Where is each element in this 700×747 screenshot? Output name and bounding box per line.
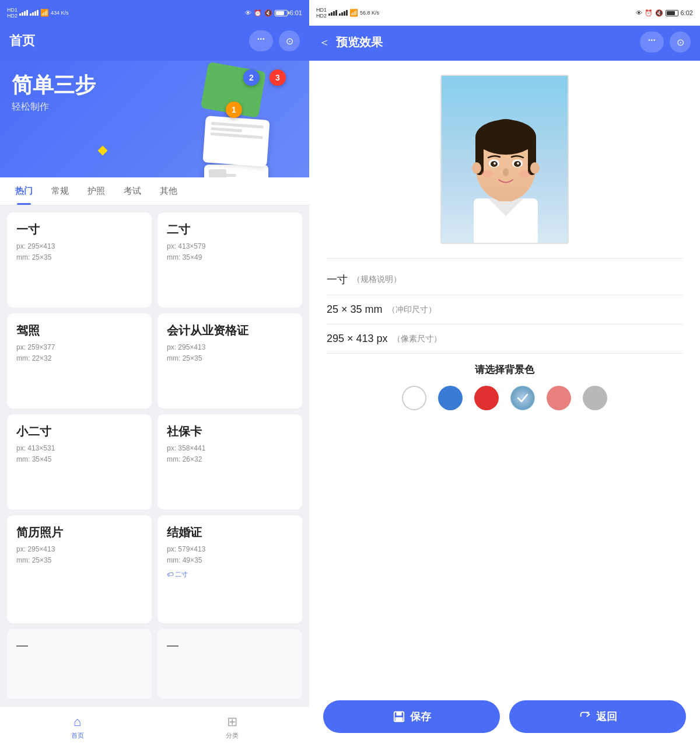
photo-card-resume[interactable]: 简历照片 px: 295×413mm: 25×35	[7, 515, 152, 623]
card-title-accounting: 会计从业资格证	[167, 323, 293, 338]
photo-card-accounting[interactable]: 会计从业资格证 px: 295×413mm: 25×35	[158, 313, 302, 409]
photo-card-driving[interactable]: 驾照 px: 259×377mm: 22×32	[7, 313, 152, 409]
spec-print-sub: （冲印尺寸）	[387, 305, 436, 315]
card-spec-2cun: px: 413×579mm: 35×49	[167, 241, 293, 263]
right-battery	[666, 10, 678, 16]
svg-point-17	[503, 168, 509, 176]
right-mute-icon: 🔇	[655, 9, 663, 17]
spec-pixel-sub: （像素尺寸）	[393, 334, 442, 344]
photo-card-more1[interactable]: —	[7, 629, 152, 700]
svg-point-16	[517, 162, 519, 165]
card-stack: 1 2 3	[204, 67, 298, 142]
spec-row-pixel: 295 × 413 px （像素尺寸）	[327, 324, 682, 354]
color-light-red[interactable]	[547, 386, 571, 410]
light-blue-check	[510, 386, 535, 410]
right-status-bar: HD1HD2 📶 56.8 K/s 👁 ⏰ 🔇 6:02	[309, 0, 700, 26]
category-icon: ⊞	[227, 714, 237, 729]
tab-exam[interactable]: 考试	[114, 177, 150, 205]
tab-passport[interactable]: 护照	[78, 177, 114, 205]
right-header-title: 预览效果	[336, 34, 383, 50]
color-options	[327, 386, 682, 410]
banner-illustration: 1 2 3	[204, 67, 298, 160]
right-phone: HD1HD2 📶 56.8 K/s 👁 ⏰ 🔇 6:02	[309, 0, 700, 747]
return-label: 返回	[596, 710, 617, 724]
right-status-right: 👁 ⏰ 🔇 6:02	[636, 9, 693, 17]
left-phone: HD1HD2 📶 434 K/s 👁 ⏰ 🔇 6:01 首页 ··· ⊙	[0, 0, 309, 747]
right-signal1	[328, 10, 337, 16]
divider-1	[327, 258, 682, 259]
right-header: ＜ 预览效果 ··· ⊙	[309, 26, 700, 61]
card-front	[204, 165, 268, 177]
nav-category-label: 分类	[226, 731, 239, 740]
photo-card-more2[interactable]: —	[158, 629, 302, 700]
left-status-right: 👁 ⏰ 🔇 6:01	[245, 9, 302, 17]
card-title-shebao: 社保卡	[167, 424, 293, 439]
photo-card-marriage[interactable]: 结婚证 px: 579×413mm: 49×35 🏷 二寸	[158, 515, 302, 623]
return-icon	[579, 710, 592, 723]
left-speed: 434 K/s	[51, 10, 69, 16]
left-network-label: HD1HD2	[7, 7, 18, 19]
card-title-small2cun: 小二寸	[16, 424, 142, 439]
card-title-more1: —	[16, 638, 142, 652]
back-button[interactable]: ＜	[318, 34, 330, 50]
left-alarm-icon: ⏰	[254, 9, 262, 17]
left-mute-icon: 🔇	[264, 9, 272, 17]
tab-other[interactable]: 其他	[150, 177, 187, 205]
person-svg	[442, 76, 569, 244]
badge-2: 2	[243, 69, 260, 86]
right-eye-icon: 👁	[636, 9, 642, 16]
color-red[interactable]	[474, 386, 499, 410]
card-spec-shebao: px: 358×441mm: 26×32	[167, 443, 293, 465]
tabs-bar: 热门 常规 护照 考试 其他	[0, 177, 309, 205]
right-network: HD1HD2	[316, 7, 327, 19]
tab-regular[interactable]: 常规	[42, 177, 78, 205]
svg-point-18	[481, 170, 493, 177]
left-status-left: HD1HD2 📶 434 K/s	[7, 7, 69, 19]
right-more-button[interactable]: ···	[640, 32, 664, 53]
nav-category[interactable]: ⊞ 分类	[155, 707, 309, 747]
spec-row-name: 一寸 （规格说明）	[327, 264, 682, 295]
right-status-left: HD1HD2 📶 56.8 K/s	[316, 7, 379, 19]
right-wifi: 📶	[349, 9, 358, 17]
tab-hot[interactable]: 热门	[6, 177, 42, 205]
color-white[interactable]	[402, 386, 426, 410]
color-gray[interactable]	[583, 386, 607, 410]
left-signal	[19, 10, 28, 16]
card-title-more2: —	[167, 638, 293, 652]
nav-home[interactable]: ⌂ 首页	[0, 707, 155, 747]
right-speed: 56.8 K/s	[360, 10, 379, 16]
color-section: 请选择背景色	[327, 354, 682, 416]
photo-card-shebao[interactable]: 社保卡 px: 358×441mm: 26×32	[158, 414, 302, 509]
photo-grid: 一寸 px: 295×413mm: 25×35 二寸 px: 413×579mm…	[0, 205, 309, 706]
home-icon: ⌂	[74, 714, 81, 729]
left-time: 6:01	[290, 9, 302, 16]
photo-card-2cun[interactable]: 二寸 px: 413×579mm: 35×49	[158, 212, 302, 308]
svg-point-19	[519, 170, 530, 177]
return-button[interactable]: 返回	[509, 700, 686, 733]
right-scan-button[interactable]: ⊙	[670, 32, 691, 53]
save-button[interactable]: 保存	[323, 700, 500, 733]
svg-point-15	[494, 162, 496, 165]
more-button[interactable]: ···	[249, 30, 273, 51]
svg-rect-23	[395, 717, 402, 721]
color-light-blue[interactable]	[510, 386, 535, 410]
card-title-driving: 驾照	[16, 323, 142, 338]
photo-card-1cun[interactable]: 一寸 px: 295×413mm: 25×35	[7, 212, 152, 308]
color-blue[interactable]	[438, 386, 463, 410]
color-section-title: 请选择背景色	[327, 363, 682, 376]
card-spec-resume: px: 295×413mm: 25×35	[16, 544, 142, 566]
card-spec-driving: px: 259×377mm: 22×32	[16, 342, 142, 364]
right-alarm-icon: ⏰	[645, 9, 653, 17]
right-time: 6:02	[681, 9, 693, 16]
nav-home-label: 首页	[71, 731, 84, 740]
svg-point-8	[491, 119, 520, 140]
card-spec-accounting: px: 295×413mm: 25×35	[167, 342, 293, 364]
left-status-bar: HD1HD2 📶 434 K/s 👁 ⏰ 🔇 6:01	[0, 0, 309, 26]
spec-row-print: 25 × 35 mm （冲印尺寸）	[327, 295, 682, 324]
scan-button[interactable]: ⊙	[279, 30, 300, 51]
badge-1: 1	[226, 102, 242, 118]
card-title-1cun: 一寸	[16, 222, 142, 238]
photo-card-small2cun[interactable]: 小二寸 px: 413×531mm: 35×45	[7, 414, 152, 509]
marriage-tag: 🏷 二寸	[167, 571, 188, 578]
left-header-actions: ··· ⊙	[249, 30, 300, 51]
